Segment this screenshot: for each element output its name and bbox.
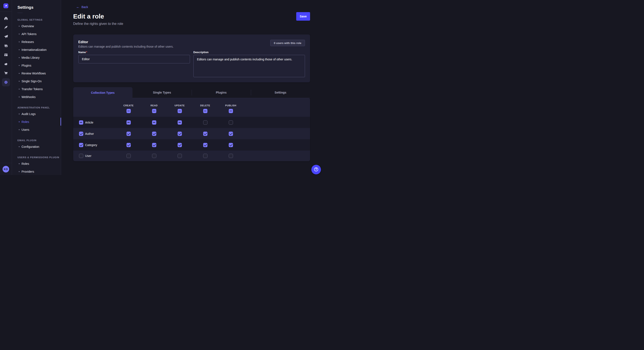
- checkbox-category-all[interactable]: [79, 143, 83, 147]
- column-header-create: CREATE: [116, 104, 142, 113]
- checkbox-article-read[interactable]: [152, 120, 156, 125]
- rail-item-gear[interactable]: [0, 78, 12, 87]
- row-lead-cell: Category: [73, 143, 116, 147]
- main-content: ← Back Edit a role Save Define the right…: [61, 0, 322, 175]
- question-icon: [314, 167, 319, 173]
- sidebar-item-configuration[interactable]: Configuration: [18, 143, 61, 151]
- bullet-icon: [19, 57, 20, 58]
- name-input[interactable]: [78, 55, 190, 63]
- sidebar-item-label: Roles: [22, 162, 29, 166]
- bullet-icon: [19, 89, 20, 90]
- sidebar-item-api-tokens[interactable]: API Tokens: [18, 30, 61, 38]
- checkbox-all-publish[interactable]: [229, 109, 233, 113]
- sidebar-item-providers[interactable]: Providers: [18, 168, 61, 175]
- sidebar-section-label: USERS & PERMISSIONS PLUGIN: [18, 156, 61, 159]
- checkbox-article-delete[interactable]: [203, 120, 208, 125]
- checkbox-author-delete[interactable]: [203, 132, 208, 136]
- checkbox-author-create[interactable]: [126, 132, 131, 136]
- checkbox-user-read[interactable]: [152, 154, 156, 158]
- checkbox-all-delete[interactable]: [203, 109, 208, 113]
- permission-cell: [192, 154, 218, 158]
- sidebar-item-audit-logs[interactable]: Audit Logs: [18, 110, 61, 118]
- description-textarea[interactable]: Editors can manage and publish contents …: [193, 55, 305, 77]
- rail-item-cart[interactable]: [0, 68, 12, 78]
- user-avatar[interactable]: KD: [2, 166, 9, 173]
- sidebar-item-users[interactable]: Users: [18, 126, 61, 134]
- row-label: User: [85, 154, 92, 158]
- bullet-icon: [19, 65, 20, 66]
- checkbox-user-update[interactable]: [178, 154, 182, 158]
- sidebar-item-roles[interactable]: Roles: [18, 160, 61, 168]
- sidebar-item-label: Plugins: [22, 64, 31, 67]
- tab-plugins[interactable]: Plugins: [192, 87, 251, 98]
- column-header-update: UPDATE: [167, 104, 192, 113]
- permission-cell: [142, 120, 167, 125]
- checkbox-article-update[interactable]: [178, 120, 182, 125]
- sidebar-section-label: EMAIL PLUGIN: [18, 139, 61, 142]
- checkbox-user-create[interactable]: [126, 154, 131, 158]
- sidebar-item-label: Roles: [22, 120, 29, 124]
- sidebar-item-webhooks[interactable]: Webhooks: [18, 93, 61, 101]
- tab-collection-types[interactable]: Collection Types: [73, 87, 132, 98]
- checkbox-user-delete[interactable]: [203, 154, 208, 158]
- bullet-icon: [19, 81, 20, 82]
- strapi-logo-icon: [4, 3, 8, 8]
- page-subtitle: Define the rights given to the role: [73, 22, 310, 26]
- checkbox-article-all[interactable]: [79, 120, 83, 125]
- checkbox-category-read[interactable]: [152, 143, 156, 147]
- checkbox-category-update[interactable]: [178, 143, 182, 147]
- sidebar-item-internationalization[interactable]: Internationalization: [18, 46, 61, 54]
- checkbox-user-all[interactable]: [79, 154, 83, 158]
- checkbox-author-read[interactable]: [152, 132, 156, 136]
- sidebar-item-plugins[interactable]: Plugins: [18, 61, 61, 69]
- checkbox-article-create[interactable]: [126, 120, 131, 125]
- back-link[interactable]: ← Back: [76, 5, 88, 9]
- checkbox-all-create[interactable]: [126, 109, 131, 113]
- checkbox-article-publish[interactable]: [229, 120, 233, 125]
- permission-cell: [218, 143, 244, 147]
- column-header-publish: PUBLISH: [218, 104, 244, 113]
- checkbox-author-all[interactable]: [79, 132, 83, 136]
- checkbox-category-create[interactable]: [126, 143, 131, 147]
- permission-cell: [116, 132, 142, 136]
- sidebar-item-roles[interactable]: Roles: [18, 118, 61, 126]
- sidebar-item-media-library[interactable]: Media Library: [18, 54, 61, 61]
- checkbox-user-publish[interactable]: [229, 154, 233, 158]
- rail-item-layout[interactable]: [0, 50, 12, 59]
- checkbox-category-delete[interactable]: [203, 143, 208, 147]
- rail-item-paper-plane[interactable]: [0, 32, 12, 41]
- sidebar-item-review-workflows[interactable]: Review Workflows: [18, 69, 61, 77]
- tab-settings[interactable]: Settings: [251, 87, 310, 98]
- sidebar-item-releases[interactable]: Releases: [18, 38, 61, 46]
- name-field-group: Name*: [78, 51, 190, 77]
- rail-item-feather[interactable]: [0, 23, 12, 32]
- sidebar-section-label: ADMINISTRATION PANEL: [18, 106, 61, 109]
- checkbox-author-publish[interactable]: [229, 132, 233, 136]
- rail-item-cloud[interactable]: [0, 59, 12, 68]
- app-root: KD Settings GLOBAL SETTINGSOverviewAPI T…: [0, 0, 322, 175]
- sidebar-item-single-sign-on[interactable]: Single Sign-On: [18, 77, 61, 85]
- sidebar-item-transfer-tokens[interactable]: Transfer Tokens: [18, 85, 61, 93]
- bullet-icon: [19, 73, 20, 74]
- help-button[interactable]: [311, 165, 321, 174]
- tab-single-types[interactable]: Single Types: [132, 87, 192, 98]
- save-button[interactable]: Save: [296, 12, 310, 21]
- permission-cell: [116, 120, 142, 125]
- sidebar-item-overview[interactable]: Overview: [18, 22, 61, 30]
- checkbox-author-update[interactable]: [178, 132, 182, 136]
- checkbox-all-update[interactable]: [178, 109, 182, 113]
- sidebar-item-label: Audit Logs: [22, 112, 36, 116]
- rail-item-pictures[interactable]: [0, 41, 12, 50]
- column-label: READ: [150, 104, 158, 107]
- checkbox-category-publish[interactable]: [229, 143, 233, 147]
- bullet-icon: [19, 34, 20, 34]
- permission-cell: [192, 120, 218, 125]
- sidebar-section-label: GLOBAL SETTINGS: [18, 18, 61, 21]
- bullet-icon: [19, 163, 20, 164]
- users-with-role-button[interactable]: 0 users with this role: [270, 40, 305, 46]
- strapi-logo[interactable]: [0, 0, 12, 12]
- rail-item-home[interactable]: [0, 14, 12, 23]
- sidebar-item-label: Internationalization: [22, 48, 47, 51]
- sidebar-item-label: Single Sign-On: [22, 80, 42, 83]
- checkbox-all-read[interactable]: [152, 109, 156, 113]
